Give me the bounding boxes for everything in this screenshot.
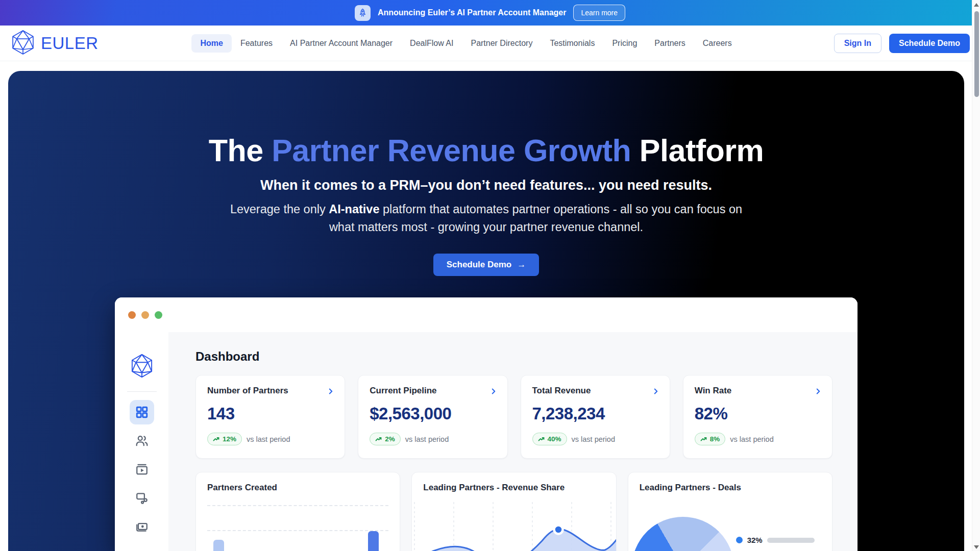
chart-card-revenue-share: Leading Partners - Revenue Share xyxy=(411,472,616,551)
sidebar-divider xyxy=(127,391,157,392)
trend-badge: 40% xyxy=(532,433,567,445)
scroll-up-arrow-icon[interactable] xyxy=(974,3,979,7)
stat-label: Total Revenue xyxy=(532,386,658,396)
payments-icon xyxy=(130,514,154,539)
euler-logo-icon xyxy=(10,30,36,57)
sign-in-button[interactable]: Sign In xyxy=(834,34,881,53)
highlight-point xyxy=(554,525,563,534)
page: Announcing Euler’s AI Partner Account Ma… xyxy=(0,0,980,551)
dashboard-mockup-window: Dashboard Number of Partners 143 xyxy=(115,297,857,551)
chevron-right-icon xyxy=(489,387,498,398)
stat-value: $2,563,000 xyxy=(370,404,496,423)
stat-compare: vs last period xyxy=(572,435,615,443)
hero-subtitle: When it comes to a PRM–you don’t need fe… xyxy=(8,178,964,193)
stat-value: 143 xyxy=(207,404,333,423)
mockup-body: Dashboard Number of Partners 143 xyxy=(115,332,857,551)
scrollbar[interactable] xyxy=(972,0,980,551)
dashboard-title: Dashboard xyxy=(195,349,832,364)
window-dot-green xyxy=(155,311,162,319)
pie-chart xyxy=(632,517,734,551)
chevron-right-icon xyxy=(326,387,335,398)
chevron-right-icon xyxy=(814,387,823,398)
euler-logo-icon-small xyxy=(130,354,154,380)
nav-item-partner-directory[interactable]: Partner Directory xyxy=(462,34,541,53)
hero-section: The Partner Revenue Growth Platform When… xyxy=(8,71,964,551)
stat-card-win-rate: Win Rate 82% 8% vs last period xyxy=(683,375,832,459)
stat-value: 82% xyxy=(695,404,821,423)
trend-up-icon xyxy=(538,436,545,443)
nav-item-dealflow-ai[interactable]: DealFlow AI xyxy=(401,34,462,53)
scrollbar-thumb[interactable] xyxy=(974,11,979,97)
nav-links: Home Features AI Partner Account Manager… xyxy=(191,34,740,53)
legend-label: 32% xyxy=(747,536,763,544)
rocket-icon xyxy=(355,5,371,21)
nav-item-ai-partner-account-manager[interactable]: AI Partner Account Manager xyxy=(281,34,401,53)
nav-schedule-demo-button[interactable]: Schedule Demo xyxy=(889,34,970,53)
nav-item-features[interactable]: Features xyxy=(232,34,281,53)
arrow-right-icon: → xyxy=(517,260,526,270)
trend-up-icon xyxy=(375,436,382,443)
scroll-down-arrow-icon[interactable] xyxy=(974,545,979,549)
window-dot-yellow xyxy=(141,311,149,319)
stat-card-number-of-partners: Number of Partners 143 12% vs last pe xyxy=(195,375,345,459)
chart-card-partners-created: Partners Created xyxy=(195,472,400,551)
legend-dot xyxy=(736,537,743,543)
gridline xyxy=(207,530,388,531)
pie-legend: 32% xyxy=(736,536,815,544)
learn-more-button[interactable]: Learn more xyxy=(573,5,625,21)
mockup-content: Dashboard Number of Partners 143 xyxy=(168,332,857,551)
gridline xyxy=(207,505,388,506)
hero-schedule-demo-button[interactable]: Schedule Demo→ xyxy=(433,254,540,276)
nav-item-partners[interactable]: Partners xyxy=(646,34,694,53)
stats-row: Number of Partners 143 12% vs last pe xyxy=(195,375,832,459)
stat-compare: vs last period xyxy=(405,435,449,443)
stat-label: Win Rate xyxy=(695,386,821,396)
brand-name: EULER xyxy=(41,34,99,53)
bar xyxy=(213,540,224,551)
trend-up-icon xyxy=(213,436,220,443)
announcement-banner: Announcing Euler’s AI Partner Account Ma… xyxy=(0,0,980,26)
brand-logo[interactable]: EULER xyxy=(10,30,99,57)
stat-compare: vs last period xyxy=(730,435,773,443)
mockup-window-header xyxy=(115,297,857,332)
trend-up-icon xyxy=(700,436,707,443)
trend-badge: 12% xyxy=(207,433,242,445)
stat-compare: vs last period xyxy=(247,435,290,443)
banner-text: Announcing Euler’s AI Partner Account Ma… xyxy=(378,8,567,17)
chart-title: Leading Partners - Deals xyxy=(640,483,821,493)
chart-title: Partners Created xyxy=(207,483,388,493)
hero-description: Leverage the only AI-native platform tha… xyxy=(218,201,754,236)
nav-item-careers[interactable]: Careers xyxy=(694,34,741,53)
chart-title: Leading Partners - Revenue Share xyxy=(423,483,604,493)
trend-badge: 8% xyxy=(695,433,726,445)
legend-bar xyxy=(767,538,815,543)
trend-badge: 2% xyxy=(370,433,401,445)
nav-item-pricing[interactable]: Pricing xyxy=(603,34,646,53)
flow-icon xyxy=(130,486,154,510)
stat-card-total-revenue: Total Revenue 7,238,234 40% vs last p xyxy=(521,375,670,459)
sidebar-icon-nav xyxy=(130,400,154,539)
hero-title-highlight: Partner Revenue Growth xyxy=(272,133,631,168)
nav-actions: Sign In Schedule Demo xyxy=(834,34,970,53)
chart-card-deals: Leading Partners - Deals 32% xyxy=(628,472,832,551)
nav-item-testimonials[interactable]: Testimonials xyxy=(541,34,603,53)
stat-label: Number of Partners xyxy=(207,386,333,396)
chevron-right-icon xyxy=(651,387,660,398)
stat-label: Current Pipeline xyxy=(370,386,496,396)
dashboard-grid-icon xyxy=(130,400,154,424)
bar xyxy=(368,531,379,551)
users-icon xyxy=(130,429,154,453)
area-chart xyxy=(412,501,616,551)
charts-row: Partners Created Leading Partners - Reve… xyxy=(195,472,832,551)
nav-item-home[interactable]: Home xyxy=(191,34,231,53)
window-dot-red xyxy=(128,311,136,319)
mockup-sidebar xyxy=(115,332,168,551)
top-nav: EULER Home Features AI Partner Account M… xyxy=(0,26,980,61)
stat-card-current-pipeline: Current Pipeline $2,563,000 2% vs las xyxy=(358,375,507,459)
stat-value: 7,238,234 xyxy=(532,404,658,423)
hero-title: The Partner Revenue Growth Platform xyxy=(8,132,964,169)
video-library-icon xyxy=(130,457,154,482)
